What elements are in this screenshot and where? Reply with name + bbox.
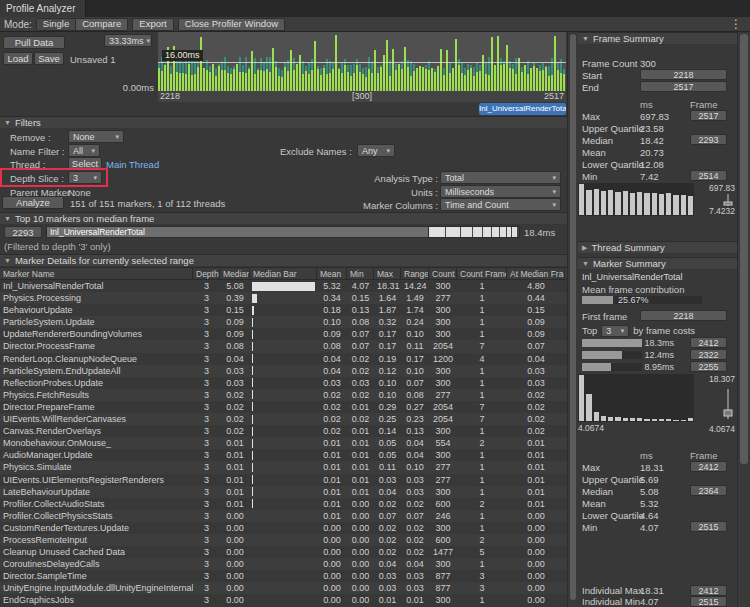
- analyze-button[interactable]: Analyze: [2, 196, 64, 209]
- units-dropdown[interactable]: Milliseconds▾: [440, 185, 561, 198]
- right-panel-scrollbar[interactable]: [737, 32, 750, 607]
- frame-link-box[interactable]: 2255: [690, 361, 727, 372]
- table-row[interactable]: ProcessRemoteInput30.000.000.000.020.026…: [0, 534, 567, 546]
- table-row[interactable]: UIEvents.WillRenderCanvases30.020.020.02…: [0, 413, 567, 425]
- pull-data-button[interactable]: Pull Data: [3, 36, 65, 49]
- frame-link-box[interactable]: 2322: [690, 349, 727, 360]
- marker-details-foldout[interactable]: ▼ Marker Details for currently selected …: [0, 254, 567, 267]
- frame-link-box[interactable]: 2515: [690, 521, 727, 532]
- top10-segment[interactable]: [461, 227, 472, 237]
- depth-slice-dropdown[interactable]: 3▾: [68, 171, 102, 184]
- top10-segment[interactable]: [500, 227, 506, 237]
- table-row[interactable]: Director.ProcessFrame30.080.080.070.170.…: [0, 340, 567, 352]
- table-row[interactable]: ParticleSystem.EndUpdateAll30.030.040.02…: [0, 365, 567, 377]
- tab-profile-analyzer[interactable]: Profile Analyzer: [0, 0, 86, 17]
- mode-compare-button[interactable]: Compare: [76, 18, 128, 31]
- frame-time-scale-dropdown[interactable]: 33.33ms▾: [104, 34, 152, 47]
- table-row[interactable]: Canvas.RenderOverlays30.020.020.010.140.…: [0, 425, 567, 437]
- thread-value[interactable]: Main Thread: [106, 159, 159, 170]
- top10-segment[interactable]: [512, 227, 516, 237]
- first-frame-box[interactable]: 2218: [640, 310, 727, 321]
- filters-foldout[interactable]: ▼ Filters: [0, 116, 567, 129]
- table-row[interactable]: UIEvents.UIElementsRegisterRenderers30.0…: [0, 474, 567, 486]
- export-button[interactable]: Export: [132, 18, 173, 31]
- table-row[interactable]: Physics.Simulate30.010.010.010.110.10277…: [0, 461, 567, 473]
- name-filter-dropdown[interactable]: All▾: [68, 144, 100, 157]
- frame-summary-foldout[interactable]: ▼ Frame Summary: [578, 32, 737, 45]
- frame-link-box[interactable]: 2515: [690, 596, 727, 607]
- mode-single-button[interactable]: Single: [36, 18, 76, 31]
- column-header-mean[interactable]: Mean: [317, 268, 347, 279]
- table-row[interactable]: Cleanup Unused Cached Data30.000.000.000…: [0, 546, 567, 558]
- exclude-names-dropdown[interactable]: Any▾: [357, 144, 395, 157]
- table-row[interactable]: CoroutinesDelayedCalls30.000.000.000.040…: [0, 558, 567, 570]
- start-frame-box[interactable]: 2218: [640, 69, 727, 80]
- top10-segment[interactable]: [446, 227, 459, 237]
- close-profiler-window-button[interactable]: Close Profiler Window: [178, 18, 285, 31]
- column-header-median-bar[interactable]: Median Bar: [250, 268, 317, 279]
- table-cell: 0.04: [401, 449, 429, 461]
- column-header-depth[interactable]: Depth: [193, 268, 220, 279]
- top10-bar[interactable]: Inl_UniversalRenderTotal: [46, 226, 520, 238]
- selected-marker-badge[interactable]: Inl_UniversalRenderTotal: [479, 103, 566, 115]
- left-panel-scrollbar[interactable]: [567, 32, 578, 607]
- top-n-dropdown[interactable]: 3▾: [601, 325, 629, 337]
- frame-link-box[interactable]: 2293: [690, 134, 727, 145]
- frame-link-box[interactable]: 2364: [690, 485, 727, 496]
- column-header-range[interactable]: Range: [401, 268, 429, 279]
- summary-stat-row: Min4.072515: [578, 521, 737, 533]
- end-frame-box[interactable]: 2517: [640, 81, 727, 92]
- thread-summary-foldout[interactable]: ▶ Thread Summary: [578, 241, 737, 254]
- save-button[interactable]: Save: [34, 52, 64, 65]
- column-header-count[interactable]: Count: [429, 268, 457, 279]
- table-row[interactable]: Director.PrepareFrame30.020.020.010.290.…: [0, 401, 567, 413]
- thread-select-button[interactable]: Select: [68, 157, 102, 170]
- analysis-type-dropdown[interactable]: Total▾: [440, 171, 561, 184]
- remove-dropdown[interactable]: None▾: [68, 130, 124, 143]
- table-row[interactable]: ParticleSystem.Update30.090.100.080.320.…: [0, 316, 567, 328]
- column-header-median[interactable]: Median: [220, 268, 250, 279]
- column-header-at-median-frame[interactable]: At Median Frame: [507, 268, 565, 279]
- frame-link-box[interactable]: 2412: [690, 585, 727, 596]
- scrollbar-thumb[interactable]: [740, 34, 748, 464]
- column-header-max[interactable]: Max: [374, 268, 401, 279]
- table-row[interactable]: AudioManager.Update30.010.010.010.050.04…: [0, 449, 567, 461]
- table-cell: [250, 461, 317, 473]
- table-row[interactable]: Director.SampleTime30.000.000.000.030.03…: [0, 570, 567, 582]
- table-row[interactable]: UnityEngine.InputModule.dllUnityEngineIn…: [0, 582, 567, 594]
- table-row[interactable]: Monobehaviour.OnMouse_30.010.010.010.050…: [0, 437, 567, 449]
- table-row[interactable]: BehaviourUpdate30.150.180.131.871.743001…: [0, 304, 567, 316]
- top10-segment[interactable]: [492, 227, 499, 237]
- column-header-marker-name[interactable]: Marker Name: [0, 268, 193, 279]
- frame-link-box[interactable]: 2517: [690, 110, 727, 121]
- table-row[interactable]: Profiler.CollectPhysicsStats30.000.010.0…: [0, 510, 567, 522]
- table-row[interactable]: Inl_UniversalRenderTotal35.085.324.0718.…: [0, 280, 567, 292]
- median-frame-button[interactable]: 2293: [4, 226, 42, 238]
- frame-link-box[interactable]: 2514: [690, 170, 727, 181]
- table-row[interactable]: RenderLoop.CleanupNodeQueue30.040.040.02…: [0, 353, 567, 365]
- column-header-min[interactable]: Min: [347, 268, 374, 279]
- top10-segment[interactable]: [429, 227, 445, 237]
- kebab-menu-icon[interactable]: ⋮: [726, 17, 746, 31]
- top10-main-segment[interactable]: Inl_UniversalRenderTotal: [47, 227, 429, 237]
- top10-segment[interactable]: [473, 227, 482, 237]
- frame-time-chart[interactable]: 16.00ms: [158, 32, 566, 91]
- table-row[interactable]: LateBehaviourUpdate30.010.010.010.040.03…: [0, 486, 567, 498]
- marker-columns-dropdown[interactable]: Time and Count▾: [440, 198, 561, 211]
- table-row[interactable]: CustomRenderTextures.Update30.000.000.00…: [0, 522, 567, 534]
- column-header-count-frame[interactable]: Count Frame: [457, 268, 507, 279]
- table-row[interactable]: Profiler.CollectAudioStats30.010.010.000…: [0, 498, 567, 510]
- table-row[interactable]: Physics.FetchResults30.020.020.020.100.0…: [0, 389, 567, 401]
- frame-link-box[interactable]: 2412: [690, 337, 727, 348]
- table-row[interactable]: UpdateRendererBoundingVolumes30.090.090.…: [0, 328, 567, 340]
- table-row[interactable]: ReflectionProbes.Update30.030.030.030.10…: [0, 377, 567, 389]
- load-button[interactable]: Load: [3, 52, 33, 65]
- table-row[interactable]: Physics.Processing30.390.340.151.641.492…: [0, 292, 567, 304]
- top10-segment[interactable]: [507, 227, 512, 237]
- top10-segment[interactable]: [483, 227, 491, 237]
- marker-summary-foldout[interactable]: ▼ Marker Summary: [578, 257, 737, 270]
- table-row[interactable]: EndGraphicsJobs30.000.000.000.010.013001…: [0, 594, 567, 606]
- frame-link-box[interactable]: 2412: [690, 461, 727, 472]
- scrollbar-thumb[interactable]: [570, 34, 576, 600]
- top10-foldout[interactable]: ▼ Top 10 markers on median frame: [0, 212, 567, 225]
